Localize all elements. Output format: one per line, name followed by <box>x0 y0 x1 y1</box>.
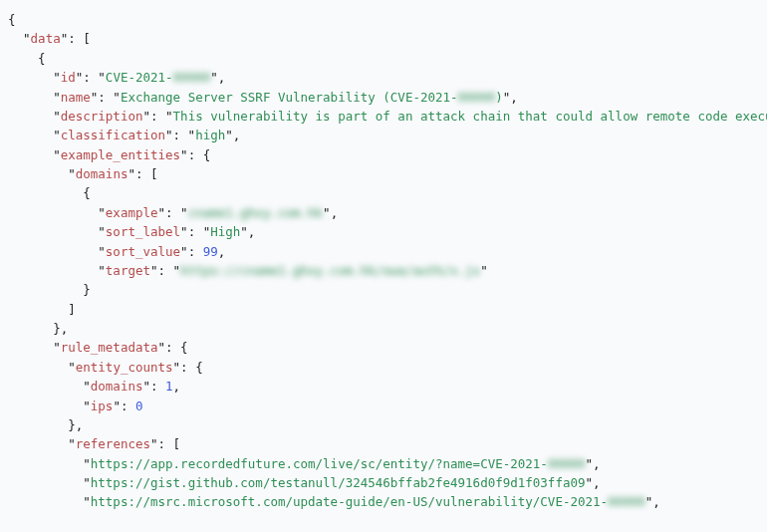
key-id: id <box>61 70 76 85</box>
key-classification: classification <box>61 128 165 142</box>
val-ec-ips: 0 <box>135 399 143 413</box>
val-ref2-prefix: https://msrc.microsoft.com/update-guide/… <box>91 494 608 509</box>
key-ec-ips: ips <box>91 399 114 413</box>
val-name-suffix: ) <box>495 90 503 105</box>
key-domains: domains <box>76 166 128 181</box>
key-references: references <box>76 436 150 451</box>
key-example: example <box>106 205 158 220</box>
val-description: This vulnerability is part of an attack … <box>173 109 767 124</box>
val-sort-value: 99 <box>203 244 218 259</box>
val-id-redacted: 00000 <box>173 70 211 85</box>
key-sort-value: sort_value <box>106 244 180 259</box>
key-target: target <box>106 263 150 278</box>
val-ref0-prefix: https://app.recordedfuture.com/live/sc/e… <box>91 456 548 471</box>
val-ref1: https://gist.github.com/testanull/324546… <box>91 475 586 490</box>
val-target-redacted: https://cname1.ghxy.com.hk/owa/auth/x.js <box>180 263 480 278</box>
key-description: description <box>61 109 143 124</box>
val-id-prefix: CVE-2021- <box>106 70 173 85</box>
val-ref2-redacted: 00000 <box>608 494 645 509</box>
val-classification: high <box>195 128 225 142</box>
json-code-block: { "data": [ { "id": "CVE-2021-00000", "n… <box>0 0 767 522</box>
key-ec-domains: domains <box>91 379 143 394</box>
val-ec-domains: 1 <box>165 379 173 394</box>
key-sort-label: sort_label <box>106 224 180 239</box>
key-name: name <box>61 90 91 105</box>
val-sort-label: High <box>210 224 240 239</box>
val-name-redacted: 00000 <box>458 90 496 105</box>
key-entity-counts: entity_counts <box>76 360 173 375</box>
val-name-prefix: Exchange Server SSRF Vulnerability (CVE-… <box>121 90 458 105</box>
val-ref0-redacted: 00000 <box>548 456 586 471</box>
val-example-redacted: cname1.ghxy.com.hk <box>188 205 323 220</box>
key-rule-metadata: rule_metadata <box>61 340 158 355</box>
key-example-entities: example_entities <box>61 147 180 162</box>
key-data: data <box>31 31 61 46</box>
